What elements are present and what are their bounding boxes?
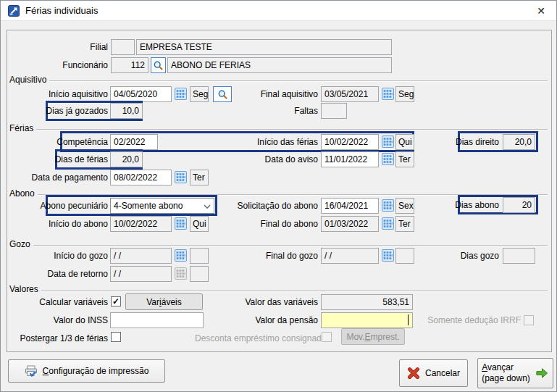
final-gozo-label: Final do gozo — [195, 248, 318, 264]
final-gozo-dow — [395, 248, 414, 264]
data-pagamento-calendar-icon[interactable] — [175, 171, 187, 183]
desconta-emprestimo-label: Desconta empréstimo consignado — [195, 330, 318, 346]
advance-button[interactable]: Avançar (page down) — [477, 358, 553, 388]
inicio-gozo-input[interactable]: / / — [110, 248, 172, 264]
inicio-aquisitivo-calendar-icon[interactable] — [175, 88, 187, 100]
competencia-input[interactable]: 02/2022 — [110, 134, 158, 150]
final-gozo-calendar-icon[interactable] — [382, 249, 394, 262]
inicio-ferias-calendar-icon[interactable] — [382, 135, 394, 148]
inicio-ferias-dow: Qui — [395, 134, 414, 150]
data-retorno-input: / / — [110, 266, 172, 282]
solicitacao-abono-calendar-icon[interactable] — [382, 199, 394, 212]
config-impressao-button[interactable]: Configuração de impressão — [8, 359, 165, 383]
postergar-terco-label: Postergar 1/3 de férias — [7, 330, 108, 346]
red-x-icon — [407, 367, 420, 380]
dias-ferias-field[interactable]: 20,0 — [110, 151, 143, 167]
dias-ferias-label: Dias de férias — [7, 151, 108, 167]
valor-variaveis-field: 583,51 — [321, 294, 413, 310]
inicio-gozo-label: Início do gozo — [7, 248, 108, 264]
dias-gozo-label: Dias gozo — [434, 248, 499, 264]
inicio-abono-calendar-icon[interactable] — [175, 217, 187, 230]
dias-gozo-field — [503, 248, 535, 264]
aquisitivo-group-caption: Aquisitivo — [9, 75, 548, 85]
dias-ja-gozados-label: Dias já gozados — [7, 103, 108, 119]
faltas-label: Faltas — [195, 103, 318, 119]
final-aquisitivo-dow: Seg — [395, 86, 414, 102]
ferias-individuais-dialog: Férias individuais ✕ Filial EMPRESA TEST… — [0, 0, 557, 392]
data-pagamento-input[interactable]: 08/02/2022 — [110, 170, 172, 185]
green-arrow-icon — [535, 367, 549, 379]
data-retorno-calendar-icon — [175, 267, 187, 280]
app-icon — [8, 5, 20, 17]
final-gozo-input[interactable]: / / — [321, 248, 379, 264]
calcular-variaveis-label: Calcular variáveis — [7, 294, 108, 310]
filial-name-field: EMPRESA TESTE — [136, 39, 392, 55]
somente-deducao-irrf-checkbox — [524, 315, 534, 325]
inicio-ferias-input[interactable]: 10/02/2022 — [321, 134, 379, 150]
somente-deducao-irrf-label: Somente dedução IRRF — [406, 312, 521, 328]
valores-group-caption: Valores — [9, 284, 548, 294]
valor-inss-input[interactable] — [110, 312, 204, 328]
final-abono-input: 01/03/2022 — [321, 216, 379, 232]
final-aquisitivo-input: 03/05/2021 — [321, 86, 379, 102]
funcionario-name-field: ABONO DE FERIAS — [167, 57, 392, 73]
competencia-label: Competência — [7, 134, 108, 150]
inicio-gozo-calendar-icon[interactable] — [175, 249, 187, 262]
inicio-abono-label: Início do abono — [7, 216, 108, 232]
solicitacao-abono-input[interactable]: 16/04/2021 — [321, 198, 379, 214]
data-aviso-input[interactable]: 11/01/2022 — [321, 151, 379, 167]
final-aquisitivo-calendar-icon[interactable] — [382, 88, 394, 100]
final-abono-calendar-icon[interactable] — [382, 217, 394, 230]
solicitacao-abono-label: Solicitação do abono — [195, 198, 318, 214]
faltas-field — [321, 103, 347, 119]
dias-direito-field: 20,0 — [503, 134, 535, 150]
final-abono-dow: Ter — [395, 216, 414, 232]
abono-pecuniario-label: Abono pecuniário — [7, 198, 108, 214]
ferias-group-caption: Férias — [9, 123, 548, 133]
data-pagamento-dow: Ter — [190, 170, 209, 185]
variaveis-button[interactable]: Variáveis — [125, 293, 203, 310]
filial-label: Filial — [7, 39, 108, 55]
printer-icon — [25, 365, 38, 377]
mov-emprest-button: Mov.Emprest. — [341, 328, 405, 345]
data-aviso-dow: Ter — [395, 151, 414, 167]
inicio-aquisitivo-input[interactable]: 04/05/2020 — [110, 86, 172, 102]
valor-pensao-label: Valor da pensão — [195, 312, 318, 328]
data-aviso-label: Data do aviso — [195, 151, 318, 167]
inicio-aquisitivo-label: Início aquisitivo — [7, 86, 108, 102]
inicio-abono-input[interactable]: 10/02/2022 — [110, 216, 172, 232]
data-retorno-dow — [190, 266, 209, 282]
valor-pensao-input[interactable] — [321, 312, 413, 328]
dias-direito-label: Dias direito — [434, 134, 499, 150]
final-aquisitivo-label: Final aquisitivo — [195, 86, 318, 102]
data-pagamento-label: Data de pagamento — [7, 170, 108, 185]
final-abono-label: Final do abono — [195, 216, 318, 232]
valor-inss-label: Valor do INSS — [7, 312, 108, 328]
search-icon — [153, 60, 164, 71]
dias-ja-gozados-field: 10,0 — [110, 103, 143, 119]
dias-abono-field: 20 — [503, 197, 535, 213]
data-retorno-label: Data de retorno — [7, 266, 108, 282]
close-icon[interactable]: ✕ — [530, 2, 552, 20]
filial-code-field[interactable] — [111, 39, 135, 55]
solicitacao-abono-dow: Sex — [395, 198, 414, 214]
funcionario-label: Funcionário — [7, 57, 108, 73]
funcionario-search-button[interactable] — [151, 57, 166, 73]
funcionario-code-field[interactable]: 112 — [111, 57, 148, 73]
window-title: Férias individuais — [25, 1, 98, 21]
cancel-button[interactable]: Cancelar — [399, 359, 468, 387]
valor-variaveis-label: Valor das variáveis — [195, 294, 318, 310]
dias-abono-label: Dias abono — [434, 197, 499, 213]
inicio-ferias-label: Início das férias — [195, 134, 318, 150]
titlebar: Férias individuais ✕ — [1, 1, 556, 21]
data-aviso-calendar-icon[interactable] — [382, 153, 394, 165]
postergar-terco-checkbox[interactable] — [111, 332, 121, 342]
calcular-variaveis-checkbox[interactable]: ✓ — [111, 296, 121, 306]
desconta-emprestimo-checkbox — [322, 332, 332, 342]
